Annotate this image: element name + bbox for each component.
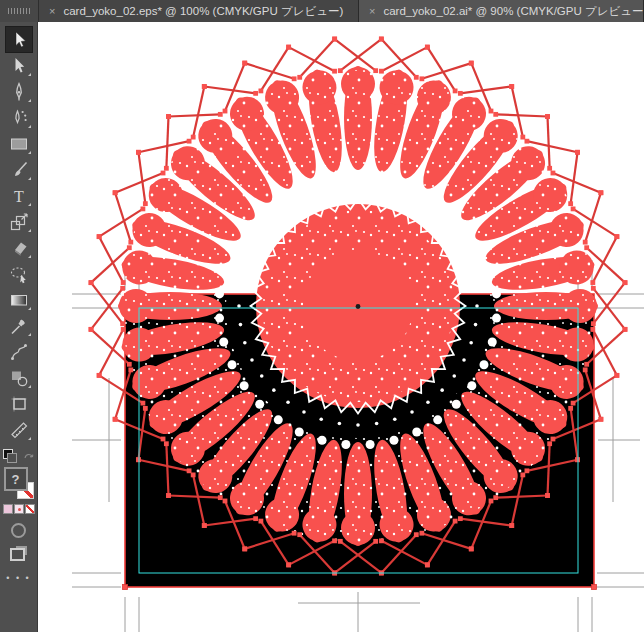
fill-stroke-indicator: ? xyxy=(4,467,34,499)
fill-stroke-proxy-row xyxy=(3,449,35,463)
scale-icon xyxy=(8,211,30,233)
selection-tool[interactable] xyxy=(6,27,32,52)
tab-title: card_yoko_02.ai* @ 90% (CMYK/GPU プレビュー) xyxy=(383,4,644,19)
tab-card-yoko-02-ai[interactable]: × card_yoko_02.ai* @ 90% (CMYK/GPU プレビュー… xyxy=(359,0,644,22)
grip-dots-icon xyxy=(8,8,30,14)
gradient-button[interactable] xyxy=(14,504,24,514)
lasso-tool[interactable] xyxy=(6,261,32,286)
fill-stroke-proxy-icon[interactable] xyxy=(3,449,17,463)
color-button[interactable] xyxy=(3,504,13,514)
pen-icon xyxy=(8,81,30,103)
tab-card-yoko-02-eps[interactable]: × card_yoko_02.eps* @ 100% (CMYK/GPU プレビ… xyxy=(39,0,359,22)
draw-behind-icon[interactable] xyxy=(10,546,27,561)
artboard-icon xyxy=(8,393,30,415)
scale-tool[interactable] xyxy=(6,209,32,234)
blend-icon xyxy=(8,341,30,363)
fill-swatch[interactable]: ? xyxy=(4,467,28,491)
direct-selection-icon xyxy=(8,55,30,77)
eyedropper-icon xyxy=(8,315,30,337)
gradient-icon xyxy=(8,289,30,311)
swap-fill-stroke-icon[interactable] xyxy=(23,450,35,462)
close-icon[interactable]: × xyxy=(49,6,55,17)
gradient-tool[interactable] xyxy=(6,287,32,312)
none-button[interactable] xyxy=(25,504,35,514)
direct-selection-tool[interactable] xyxy=(6,53,32,78)
anchor-handle[interactable] xyxy=(123,585,128,590)
rectangle-icon xyxy=(8,133,30,155)
document-tab-bar: × card_yoko_02.eps* @ 100% (CMYK/GPU プレビ… xyxy=(0,0,644,22)
curvature-icon xyxy=(8,107,30,129)
svg-text:T: T xyxy=(14,187,24,204)
measure-icon xyxy=(8,419,30,441)
eraser-tool[interactable] xyxy=(6,235,32,260)
symbols-tool[interactable] xyxy=(6,365,32,390)
color-type-buttons xyxy=(3,504,35,514)
paintbrush-icon xyxy=(8,159,30,181)
paintbrush-tool[interactable] xyxy=(6,157,32,182)
artboard-tool[interactable] xyxy=(6,391,32,416)
pen-tool[interactable] xyxy=(6,79,32,104)
tab-title: card_yoko_02.eps* @ 100% (CMYK/GPU プレビュー… xyxy=(63,4,343,19)
type-tool[interactable]: T xyxy=(6,183,32,208)
fill-unknown-label: ? xyxy=(12,472,20,487)
symbols-icon xyxy=(8,367,30,389)
artboard[interactable] xyxy=(38,22,644,632)
selection-icon xyxy=(8,29,30,51)
edit-toolbar-button[interactable]: • • • xyxy=(6,573,30,583)
eraser-icon xyxy=(8,237,30,259)
tools-panel-grip[interactable] xyxy=(0,0,39,22)
tools-panel: T ? • • • xyxy=(0,22,38,632)
draw-mode-icon[interactable] xyxy=(11,523,26,538)
center-anchor[interactable] xyxy=(356,304,361,309)
curvature-tool[interactable] xyxy=(6,105,32,130)
eyedropper-tool[interactable] xyxy=(6,313,32,338)
blend-tool[interactable] xyxy=(6,339,32,364)
anchor-handle[interactable] xyxy=(592,585,597,590)
canvas-area[interactable] xyxy=(38,22,644,632)
type-icon: T xyxy=(8,185,30,207)
close-icon[interactable]: × xyxy=(369,6,375,17)
rectangle-tool[interactable] xyxy=(6,131,32,156)
lasso-icon xyxy=(8,263,30,285)
measure-tool[interactable] xyxy=(6,417,32,442)
